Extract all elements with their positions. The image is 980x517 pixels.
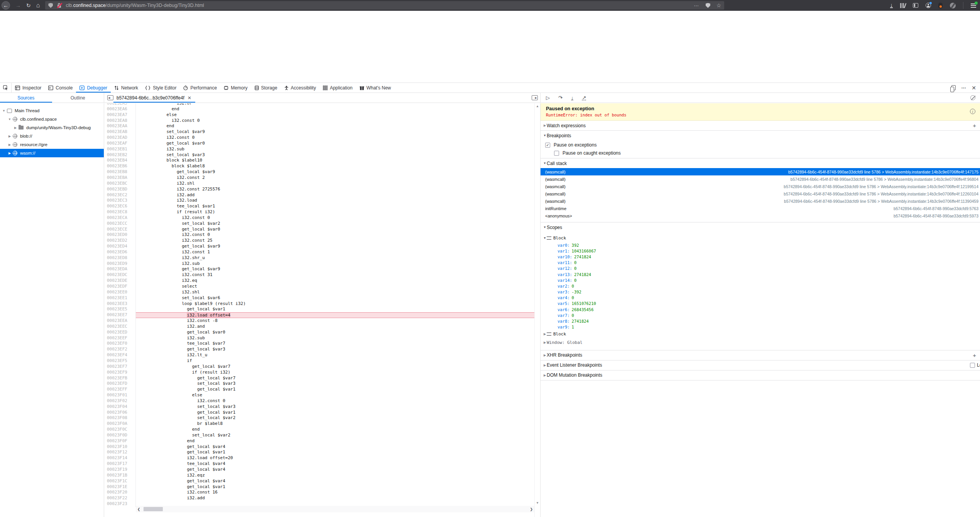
code-line[interactable]: 00023EAF get_local $var0 — [104, 141, 540, 147]
line-address[interactable]: 00023F08 — [104, 415, 136, 421]
line-address[interactable]: 00023EB4 — [104, 158, 136, 163]
code-line[interactable]: 00023F0D set_local $var2 — [104, 433, 540, 438]
scope-variable-row[interactable]: var13:2741824 — [541, 271, 980, 277]
log-checkbox[interactable] — [970, 363, 975, 368]
code-line[interactable]: 00023F06 get_local $var1 — [104, 410, 540, 416]
call-stack-frame[interactable]: <anonymous>b5742894-6b6c-454f-8748-990ae… — [541, 212, 980, 219]
line-address[interactable]: 00023EEC — [104, 324, 136, 330]
code-line[interactable]: 00023F20 i32.const 16 — [104, 490, 540, 495]
line-address[interactable]: 00023F20 — [104, 490, 136, 495]
tab-performance[interactable]: Performance — [180, 83, 220, 93]
sidebar-item-dump-unity-wasm-tiny3d-debug[interactable]: ▶dump/unity/Wasm-Tiny3D-debug — [0, 123, 104, 132]
code-line[interactable]: 00023EC2 i32.add — [104, 192, 540, 198]
pick-element-icon[interactable] — [0, 83, 12, 93]
call-stack-header[interactable]: ▼ Call stack — [541, 158, 980, 168]
responsive-design-icon[interactable] — [951, 85, 956, 90]
line-address[interactable]: 00023EC8 — [104, 209, 136, 215]
line-address[interactable]: 00023EEF — [104, 335, 136, 341]
scope-variable-row[interactable]: var0:392 — [541, 242, 980, 248]
code-line[interactable]: 00023F08 set_local $var2 — [104, 415, 540, 421]
call-stack-frame[interactable]: (wasmcall)b5742894-6b6c-454f-8748-990ae3… — [541, 168, 980, 175]
tab-accessibility[interactable]: Accessibility — [281, 83, 319, 93]
disable-breakpoints-icon[interactable] — [970, 95, 975, 100]
code-line[interactable]: 00023F14 i32.load offset=20 — [104, 455, 540, 461]
page-actions-icon[interactable]: ⋯ — [694, 3, 700, 8]
code-line[interactable]: 00023EF2 get_local $var3 — [104, 347, 540, 352]
line-address[interactable]: 00023EF5 — [104, 358, 136, 364]
line-address[interactable]: 00023EC6 — [104, 204, 136, 209]
code-line[interactable]: 00023EDE i32.eq — [104, 278, 540, 284]
code-line[interactable]: 00023ED2 i32.const 25 — [104, 238, 540, 244]
editor-vertical-scrollbar[interactable]: ▲▼ — [534, 103, 540, 517]
code-line[interactable]: 00023EF9 if (result i32) — [104, 370, 540, 376]
twisty-icon[interactable]: ▶ — [8, 152, 12, 155]
code-line[interactable]: 00023EAB set_local $var9 — [104, 129, 540, 135]
line-address[interactable]: 00023EA7 — [104, 112, 136, 118]
code-line[interactable]: 00023ECA i32.const 0 — [104, 215, 540, 221]
code-line[interactable]: 00023ED4 get_local $var9 — [104, 244, 540, 249]
code-line[interactable]: 00023EB8 get_local $var9 — [104, 169, 540, 175]
line-address[interactable]: 00023F22 — [104, 495, 136, 501]
line-address[interactable]: 00023EB1 — [104, 147, 136, 152]
scrollbar-thumb[interactable] — [144, 507, 163, 511]
code-line[interactable]: 00023EA8 i32.const 0 — [104, 118, 540, 124]
line-address[interactable]: 00023EA6 — [104, 106, 136, 112]
code-line[interactable]: 00023F10 get_local $var4 — [104, 444, 540, 450]
code-line[interactable]: 00023EB4 block $label10 — [104, 158, 540, 163]
collapse-left-pane-icon[interactable]: ◀ — [107, 95, 113, 100]
devtools-close-icon[interactable]: ✕ — [972, 85, 976, 91]
sidebar-item-resource-gre[interactable]: ▶resource://gre — [0, 140, 104, 149]
sidebar-item-main-thread[interactable]: ▼Main Thread — [0, 106, 104, 115]
event-listener-breakpoints-header[interactable]: ▶ Event Listener Breakpoints Log — [541, 360, 980, 370]
code-line[interactable]: 00023EF5 if — [104, 358, 540, 364]
sidebars-icon[interactable] — [913, 3, 918, 8]
code-line[interactable]: 00023EAD i32.const 0 — [104, 135, 540, 141]
devtools-meatball-icon[interactable]: ⋯ — [961, 85, 966, 91]
pause-on-caught-checkbox[interactable] — [554, 151, 559, 156]
line-address[interactable]: 00023F17 — [104, 461, 136, 467]
code-line[interactable]: 00023EFD set_local $var3 — [104, 381, 540, 387]
line-address[interactable]: 00023F0D — [104, 433, 136, 438]
step-over-button[interactable]: ↷ — [558, 95, 563, 101]
pause-on-exceptions-checkbox[interactable]: ✓ — [545, 143, 550, 148]
paused-code-line[interactable]: 00023EE7 i32.load offset=4 — [104, 312, 540, 318]
code-line[interactable]: 00023EEA i32.const -8 — [104, 318, 540, 324]
line-address[interactable]: 00023F01 — [104, 392, 136, 398]
tracking-protection-icon[interactable] — [48, 3, 53, 8]
line-address[interactable]: 00023F02 — [104, 398, 136, 404]
tab-debugger[interactable]: Debugger — [76, 83, 111, 93]
scope-variable-row[interactable]: var11:0 — [541, 260, 980, 266]
code-line[interactable]: 00023EFB get_local $var7 — [104, 376, 540, 381]
line-address[interactable]: 00023EAA — [104, 123, 136, 129]
code-line[interactable]: 00023F22 i32.add — [104, 495, 540, 501]
code-line[interactable]: 00023ED8 i32.shr_u — [104, 255, 540, 261]
code-line[interactable]: 00023ECC set_local $var2 — [104, 221, 540, 227]
code-line[interactable]: 00023EF7 get_local $var7 — [104, 364, 540, 370]
line-address[interactable]: 00023F14 — [104, 455, 136, 461]
line-address[interactable]: 00023EAF — [104, 141, 136, 147]
line-address[interactable]: 00023ECA — [104, 215, 136, 221]
line-address[interactable]: 00023F04 — [104, 404, 136, 410]
add-xhr-breakpoint-icon[interactable]: + — [973, 352, 976, 359]
tab-whats-new[interactable]: What's New — [356, 83, 395, 93]
code-line[interactable]: 00023EDC i32.const 31 — [104, 272, 540, 278]
scope-variable-row[interactable]: var7:0 — [541, 312, 980, 318]
code-line[interactable]: 00023EC6 tee_local $var1 — [104, 204, 540, 209]
line-address[interactable]: 00023F1C — [104, 478, 136, 484]
code-line[interactable]: 00023EBD i32.const 2725576 — [104, 187, 540, 192]
code-line[interactable]: 00023EA5 i32.or — [104, 103, 540, 106]
code-line[interactable]: 00023EC8 if (result i32) — [104, 209, 540, 215]
sidebar-item-blob-[interactable]: ▶blob:// — [0, 132, 104, 140]
code-line[interactable]: 00023ED9 i32.sub — [104, 261, 540, 267]
scope-variable-row[interactable]: var4:0 — [541, 295, 980, 301]
line-address[interactable]: 00023F0A — [104, 421, 136, 427]
tab-inspector[interactable]: Inspector — [12, 83, 45, 93]
line-address[interactable]: 00023EC3 — [104, 198, 136, 204]
line-address[interactable]: 00023ECE — [104, 227, 136, 232]
resume-button[interactable]: ▷ — [546, 95, 550, 101]
forward-button[interactable]: → — [15, 2, 21, 8]
line-address[interactable]: 00023EF7 — [104, 364, 136, 370]
scope-variable-row[interactable]: var8:2741824 — [541, 318, 980, 324]
line-address[interactable]: 00023EFD — [104, 381, 136, 387]
line-address[interactable]: 00023EFB — [104, 376, 136, 381]
